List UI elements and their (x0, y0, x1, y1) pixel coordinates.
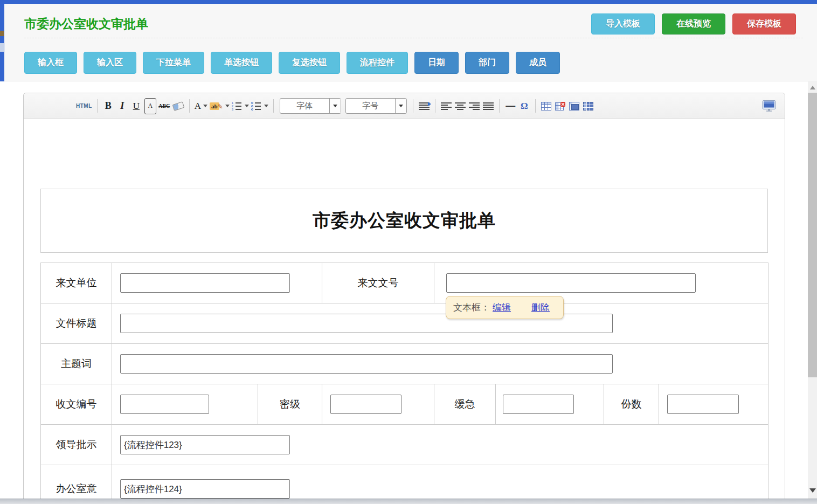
align-left-button[interactable] (440, 98, 452, 114)
save-template-button[interactable]: 保存模板 (732, 13, 796, 34)
form-table: 来文单位 来文文号 文件标题 主题词 收文编号 密级 缓急 份数 领导批示 办公… (40, 263, 768, 504)
toolbar-separator (273, 99, 274, 113)
background-window-artifact (0, 31, 4, 36)
keywords-input[interactable] (120, 354, 613, 374)
scrollbar-up-arrow-icon[interactable] (810, 86, 815, 89)
table-grid-icon (583, 102, 593, 111)
table-cell-button[interactable] (569, 98, 580, 114)
chevron-down-icon (395, 99, 406, 113)
insert-checkbox-button[interactable]: 复选按钮 (279, 52, 340, 74)
widget-tooltip: 文本框： 编辑 删除 (446, 296, 564, 319)
page-title: 市委办公室收文审批单 (24, 16, 148, 32)
widget-toolbar: 输入框 输入区 下拉菜单 单选按钮 复选按钮 流程控件 日期 部门 成员 (24, 52, 560, 74)
insert-member-button[interactable]: 成员 (516, 52, 560, 74)
ordered-list-button[interactable] (232, 98, 249, 114)
chevron-down-icon (203, 105, 207, 107)
insert-date-button[interactable]: 日期 (414, 52, 459, 74)
receipt-no-label: 收文编号 (41, 384, 112, 425)
online-preview-button[interactable]: 在线预览 (662, 13, 725, 34)
strikethrough-button[interactable]: ABC (158, 98, 170, 114)
table-row: 来文单位 来文文号 (41, 263, 768, 303)
leader-note-label: 领导批示 (41, 425, 112, 465)
fullscreen-icon (762, 100, 776, 112)
insert-textarea-button[interactable]: 输入区 (84, 52, 136, 74)
pencil-icon (219, 101, 223, 111)
source-unit-input[interactable] (120, 273, 290, 293)
horizontal-rule-button[interactable]: — (504, 98, 516, 114)
special-char-button[interactable]: Ω (518, 98, 530, 114)
doc-number-label: 来文文号 (322, 263, 434, 303)
delete-table-button[interactable] (555, 98, 566, 114)
background-window-artifact (0, 43, 4, 52)
insert-input-box-button[interactable]: 输入框 (24, 52, 77, 74)
toolbar-separator (435, 99, 435, 113)
dashed-divider (24, 38, 803, 38)
security-label: 密级 (258, 384, 322, 425)
toolbar-separator (413, 99, 413, 113)
align-right-icon (469, 102, 480, 110)
underline-button[interactable]: U (130, 98, 142, 114)
chevron-down-icon (225, 105, 230, 107)
remove-format-button[interactable] (172, 98, 184, 114)
align-left-icon (441, 102, 452, 110)
table-row: 主题词 (41, 344, 768, 384)
font-color-button[interactable]: A (195, 98, 207, 114)
table-row: 文件标题 (41, 303, 768, 344)
insert-radio-button[interactable]: 单选按钮 (211, 52, 272, 74)
delete-table-icon (555, 102, 565, 111)
align-right-button[interactable] (468, 98, 480, 114)
fullscreen-button[interactable] (762, 98, 776, 114)
scrollbar-down-arrow-icon[interactable] (809, 488, 816, 493)
unordered-list-icon (251, 102, 262, 111)
copies-label: 份数 (604, 384, 659, 425)
urgency-label: 缓急 (434, 384, 496, 425)
copies-input[interactable] (667, 395, 739, 414)
font-size-select[interactable]: 字号 (345, 98, 407, 114)
form-title: 市委办公室收文审批单 (313, 209, 496, 233)
align-justify-icon (483, 102, 494, 110)
source-unit-label: 来文单位 (41, 263, 112, 303)
template-actions: 导入模板 在线预览 保存模板 (591, 13, 796, 34)
toolbar-separator (189, 99, 190, 113)
toolbar-separator (535, 99, 536, 113)
align-center-icon (455, 102, 466, 110)
table-cell-icon (569, 102, 579, 111)
window-bottom-edge (0, 499, 817, 504)
window-top-edge (0, 0, 817, 4)
doc-title-label: 文件标题 (41, 303, 112, 344)
widget-delete-link[interactable]: 删除 (531, 301, 550, 314)
header-panel: 市委办公室收文审批单 导入模板 在线预览 保存模板 输入框 输入区 下拉菜单 单… (4, 4, 817, 81)
indent-button[interactable] (418, 98, 430, 114)
widget-edit-link[interactable]: 编辑 (493, 301, 511, 314)
receipt-no-input[interactable] (120, 395, 209, 414)
insert-department-button[interactable]: 部门 (465, 52, 509, 74)
leader-note-input[interactable] (120, 435, 290, 454)
urgency-input[interactable] (503, 395, 574, 414)
security-input[interactable] (330, 395, 401, 414)
insert-flow-control-button[interactable]: 流程控件 (347, 52, 408, 74)
office-opinion-input[interactable] (120, 479, 290, 499)
chevron-down-icon (264, 105, 268, 107)
unordered-list-button[interactable] (251, 98, 268, 114)
align-center-button[interactable] (454, 98, 466, 114)
indent-icon (419, 102, 430, 110)
font-family-select[interactable]: 字体 (280, 98, 341, 114)
import-template-button[interactable]: 导入模板 (591, 13, 655, 34)
eraser-icon (172, 101, 184, 111)
vertical-scrollbar-thumb[interactable] (808, 93, 817, 377)
bold-button[interactable]: B (102, 98, 114, 114)
form-title-cell: 市委办公室收文审批单 (40, 189, 768, 253)
italic-button[interactable]: I (116, 98, 128, 114)
window-left-edge (0, 4, 4, 81)
table-row: 领导批示 (41, 425, 768, 465)
html-source-button[interactable]: HTML (76, 98, 92, 114)
table-properties-button[interactable] (583, 98, 594, 114)
chevron-down-icon (329, 99, 341, 113)
justify-button[interactable] (482, 98, 494, 114)
editor-toolbar: HTML B I U A ABC A ab 字体 (24, 93, 785, 119)
highlight-color-button[interactable]: ab (210, 98, 230, 114)
inline-style-button[interactable]: A (144, 98, 156, 114)
insert-dropdown-button[interactable]: 下拉菜单 (143, 52, 204, 74)
insert-table-button[interactable] (541, 98, 552, 114)
doc-number-input[interactable] (446, 273, 696, 293)
